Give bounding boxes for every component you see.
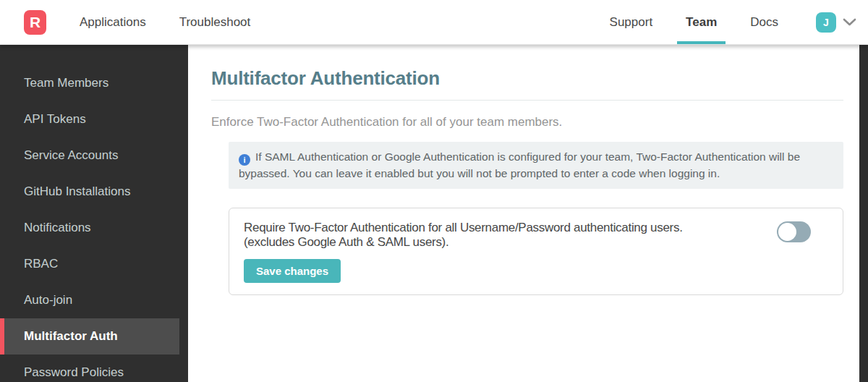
nav-item-team[interactable]: Team <box>677 0 726 44</box>
title-divider <box>211 100 843 101</box>
sidebar-item-password-policies[interactable]: Password Policies <box>0 355 188 382</box>
two-factor-toggle[interactable] <box>777 221 811 242</box>
info-circle-icon: i <box>239 154 250 166</box>
info-note-text: If SAML Authentication or Google Authent… <box>239 150 800 179</box>
top-header: R Applications Troubleshoot Support Team… <box>0 0 868 45</box>
sidebar-item-service-accounts[interactable]: Service Accounts <box>0 137 188 174</box>
nav-item-troubleshoot[interactable]: Troubleshoot <box>179 15 251 30</box>
setting-description-line2: (excludes Google Auth & SAML users). <box>244 235 786 250</box>
nav-item-applications[interactable]: Applications <box>80 15 146 30</box>
two-factor-setting-card: Require Two-Factor Authentication for al… <box>229 208 843 295</box>
save-changes-button[interactable]: Save changes <box>244 259 341 283</box>
page-title: Multifactor Authentication <box>211 67 843 90</box>
main-content: Multifactor Authentication Enforce Two-F… <box>188 45 859 382</box>
chevron-down-icon[interactable] <box>843 18 856 26</box>
settings-sidebar: Team Members API Tokens Service Accounts… <box>0 45 188 382</box>
page-description: Enforce Two-Factor Authentication for al… <box>211 115 843 130</box>
setting-description: Require Two-Factor Authentication for al… <box>244 221 786 250</box>
toggle-knob[interactable] <box>778 223 796 241</box>
sidebar-item-rbac[interactable]: RBAC <box>0 246 188 282</box>
nav-item-support[interactable]: Support <box>601 0 662 44</box>
sidebar-item-notifications[interactable]: Notifications <box>0 210 188 246</box>
saml-info-note: iIf SAML Authentication or Google Authen… <box>229 142 843 189</box>
nav-item-docs[interactable]: Docs <box>741 0 787 44</box>
setting-description-line1: Require Two-Factor Authentication for al… <box>244 221 786 235</box>
rollbar-logo-icon[interactable]: R <box>24 10 46 35</box>
sidebar-item-team-members[interactable]: Team Members <box>0 65 188 101</box>
sidebar-item-auto-join[interactable]: Auto-join <box>0 282 188 318</box>
sidebar-item-github-installations[interactable]: GitHub Installations <box>0 174 188 210</box>
sidebar-item-multifactor-auth[interactable]: Multifactor Auth <box>0 318 179 355</box>
user-avatar[interactable]: J <box>816 12 836 33</box>
secondary-nav: Support Team Docs J <box>585 0 868 44</box>
right-edge-panel <box>859 45 868 382</box>
sidebar-item-api-tokens[interactable]: API Tokens <box>0 101 188 137</box>
primary-nav: Applications Troubleshoot <box>46 0 250 44</box>
